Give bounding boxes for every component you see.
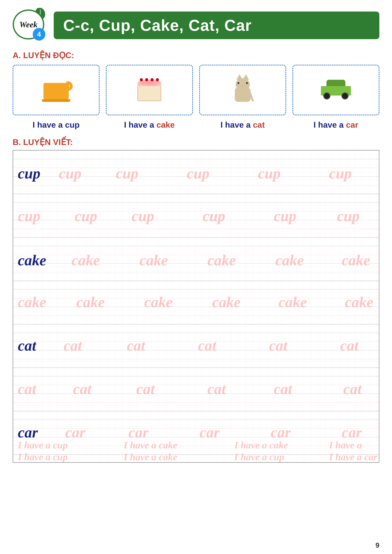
section-a-label: A. LUYỆN ĐỌC: [13, 50, 379, 60]
week-number: 4 [33, 28, 45, 41]
cup-image-card [13, 65, 99, 115]
caption-car: I have a car [293, 120, 379, 130]
images-row [13, 65, 379, 115]
week-logo: Week 4 [13, 9, 47, 41]
caption-cake: I have a cake [106, 120, 193, 130]
header: Week 4 C-c, Cup, Cake, Cat, Car [13, 9, 379, 41]
title-banner: C-c, Cup, Cake, Cat, Car [54, 12, 379, 39]
section-b: B. LUYỆN VIẾT: [13, 137, 379, 463]
captions-row: I have a cup I have a cake I have a cat … [13, 120, 379, 130]
week-circle: Week 4 [13, 9, 44, 40]
word-car: car [346, 120, 358, 129]
car-image-card [293, 65, 379, 115]
caption-cat: I have a cat [199, 120, 286, 130]
grid-lines [13, 151, 379, 462]
writing-grid: cup cup cup cup cup cup cup cup cup cup … [13, 150, 379, 463]
cake-illustration [137, 77, 162, 103]
cat-illustration [231, 76, 255, 104]
word-cake: cake [156, 120, 175, 129]
page-title: C-c, Cup, Cake, Cat, Car [63, 16, 252, 34]
cake-image-card [106, 65, 193, 115]
word-cat: cat [253, 120, 265, 129]
section-b-label: B. LUYỆN VIẾT: [13, 137, 379, 147]
svg-rect-3 [13, 151, 379, 462]
cup-illustration [42, 78, 70, 102]
week-text: Week [20, 20, 38, 29]
cat-image-card [199, 65, 286, 115]
car-illustration [320, 81, 352, 99]
caption-cup: I have a cup [13, 120, 99, 130]
page: Week 4 C-c, Cup, Cake, Cat, Car A. LUYỆN… [0, 0, 392, 554]
page-number: 9 [376, 541, 379, 549]
word-cup: cup [65, 120, 80, 129]
section-a: A. LUYỆN ĐỌC: [13, 50, 379, 130]
